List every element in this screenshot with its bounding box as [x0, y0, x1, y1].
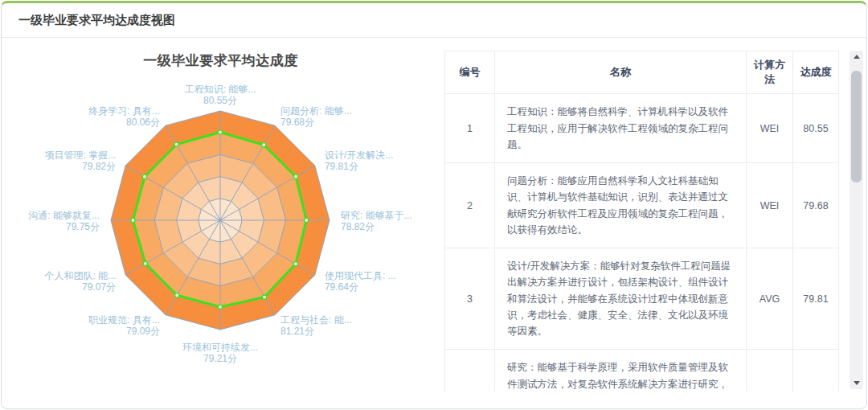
- table-row: 4研究：能够基于科学原理，采用软件质量管理及软件测试方法，对复杂软件系统解决方案…: [445, 350, 839, 392]
- cell-num: 1: [445, 94, 495, 163]
- radar-data-point: [293, 174, 297, 178]
- radar-axis-label: 沟通: 能够就复...79.75分: [28, 210, 100, 232]
- cell-name: 研究：能够基于科学原理，采用软件质量管理及软件测试方法，对复杂软件系统解决方案进…: [494, 350, 746, 392]
- table-row: 3设计/开发解决方案：能够针对复杂软件工程问题提出解决方案并进行设计，包括架构设…: [445, 248, 839, 350]
- cell-name: 问题分析：能够应用自然科学和人文社科基础知识、计算机与软件基础知识，识别、表达并…: [494, 163, 746, 248]
- cell-name: 设计/开发解决方案：能够针对复杂软件工程问题提出解决方案并进行设计，包括架构设计…: [494, 248, 746, 350]
- cell-score: 80.55: [793, 94, 839, 163]
- cell-num: 3: [445, 248, 495, 350]
- radar-data-point: [175, 293, 179, 297]
- radar-data-point: [131, 218, 135, 222]
- radar-data-point: [293, 262, 297, 266]
- cell-method: AVG: [747, 248, 793, 350]
- page-title: 一级毕业要求平均达成度视图: [18, 13, 175, 27]
- page-header: 一级毕业要求平均达成度视图: [2, 3, 866, 38]
- cell-num: 2: [445, 163, 495, 248]
- scrollbar-thumb[interactable]: [851, 71, 862, 182]
- requirements-table: 编号名称计算方法达成度 1工程知识：能够将自然科学、计算机科学以及软件工程知识，…: [444, 51, 839, 392]
- column-header: 计算方法: [747, 51, 793, 94]
- scrollbar-up-button[interactable]: [850, 51, 863, 63]
- radar-data-point: [142, 174, 146, 178]
- cell-score: 79.68: [793, 163, 839, 248]
- table-scrollbar[interactable]: [850, 51, 863, 389]
- column-header: 编号: [445, 51, 495, 94]
- arrow-down-icon: [854, 381, 860, 385]
- radar-axis-label: 项目管理: 掌握...79.82分: [44, 150, 116, 172]
- radar-data-point: [174, 142, 178, 146]
- cell-score: 79.81: [793, 248, 839, 350]
- table-row: 1工程知识：能够将自然科学、计算机科学以及软件工程知识，应用于解决软件工程领域的…: [445, 94, 839, 163]
- radar-data-point: [262, 143, 266, 147]
- scrollbar-down-button[interactable]: [850, 377, 863, 389]
- cell-method: WEI: [747, 94, 793, 163]
- table-header-row: 编号名称计算方法达成度: [445, 51, 839, 94]
- cell-method: MIN: [747, 350, 793, 392]
- radar-axis-label: 使用现代工具: ...79.64分: [325, 270, 396, 293]
- arrow-up-icon: [854, 55, 860, 59]
- radar-axis-label: 问题分析: 能够...79.68分: [280, 105, 352, 128]
- radar-data-point: [305, 218, 309, 222]
- radar-data-point: [263, 295, 267, 299]
- cell-name: 工程知识：能够将自然科学、计算机科学以及软件工程知识，应用于解决软件工程领域的复…: [494, 94, 746, 163]
- radar-chart: 工程知识: 能够...80.55分问题分析: 能够...79.68分设计/开发解…: [2, 38, 440, 408]
- radar-axis-label: 设计/开发解决...79.81分: [325, 150, 393, 172]
- radar-axis-label: 工程与社会: 能...81.21分: [280, 314, 352, 337]
- radar-axis-label: 研究: 能够基于...78.82分: [341, 210, 412, 232]
- radar-axis-label: 个人和团队: 能...79.07分: [43, 270, 116, 293]
- cell-score: 78.82: [793, 350, 839, 392]
- radar-data-point: [218, 305, 222, 309]
- requirements-table-panel: 编号名称计算方法达成度 1工程知识：能够将自然科学、计算机科学以及软件工程知识，…: [440, 38, 867, 408]
- radar-axis-label: 终身学习: 具有...80.06分: [88, 105, 160, 128]
- radar-axis-label: 职业规范: 具有...79.09分: [88, 314, 160, 337]
- cell-method: WEI: [747, 163, 793, 248]
- achievement-view-card: 一级毕业要求平均达成度视图 一级毕业要求平均达成度 工程知识: 能够...80.…: [1, 1, 867, 409]
- radar-axis-label: 环境和可持续发...79.21分: [182, 342, 258, 364]
- content-area: 一级毕业要求平均达成度 工程知识: 能够...80.55分问题分析: 能够...…: [2, 38, 866, 408]
- radar-chart-panel: 一级毕业要求平均达成度 工程知识: 能够...80.55分问题分析: 能够...…: [2, 38, 440, 408]
- column-header: 达成度: [793, 51, 839, 94]
- table-row: 2问题分析：能够应用自然科学和人文社科基础知识、计算机与软件基础知识，识别、表达…: [445, 163, 839, 248]
- cell-num: 4: [445, 350, 495, 392]
- radar-data-point: [143, 261, 147, 265]
- table-viewport: 编号名称计算方法达成度 1工程知识：能够将自然科学、计算机科学以及软件工程知识，…: [444, 51, 839, 392]
- radar-axis-label: 工程知识: 能够...80.55分: [185, 84, 256, 106]
- column-header: 名称: [494, 51, 746, 94]
- radar-data-point: [218, 130, 222, 134]
